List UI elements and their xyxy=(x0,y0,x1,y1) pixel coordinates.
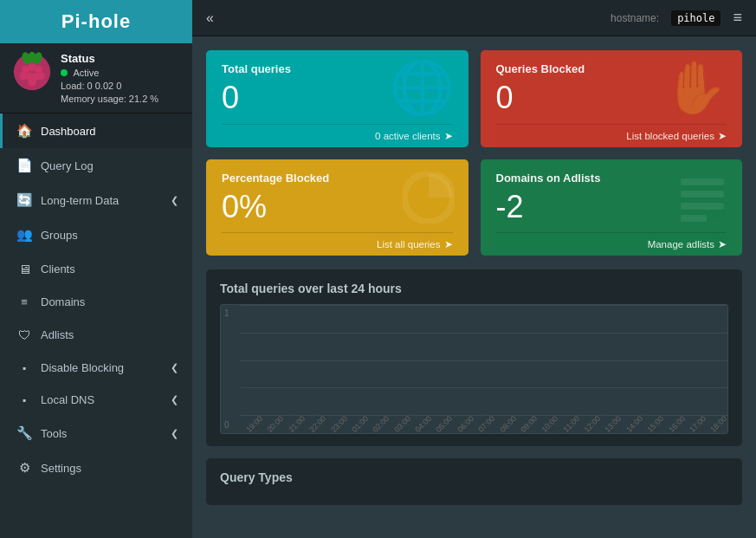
hamburger-menu[interactable]: ≡ xyxy=(733,9,742,27)
hostname-label: hostname: xyxy=(611,12,659,24)
x-label: 19:00 xyxy=(244,414,264,434)
x-label: 02:00 xyxy=(372,414,391,434)
active-dot xyxy=(61,69,68,76)
sidebar-item-dashboard[interactable]: 🏠 Dashboard xyxy=(0,113,192,148)
x-label: 23:00 xyxy=(329,414,349,434)
globe-icon: 🌐 xyxy=(390,62,455,114)
groups-icon: 👥 xyxy=(16,227,32,243)
chart-y-labels: 1 0 xyxy=(221,305,240,433)
arrow-icon: ➤ xyxy=(444,130,453,142)
x-label: 14:00 xyxy=(624,414,644,434)
topbar-right: hostname: pihole ≡ xyxy=(611,9,742,27)
domains-icon: ≡ xyxy=(16,295,32,308)
card-domains-adlists: Domains on Adlists -2 Manage adlists ➤ xyxy=(481,159,743,256)
list-icon xyxy=(676,172,728,232)
y-max: 1 xyxy=(224,308,236,318)
query-types-section: Query Types xyxy=(206,458,742,505)
x-label: 08:00 xyxy=(498,414,518,434)
svg-rect-15 xyxy=(681,203,724,210)
app-title: Pi-hole xyxy=(61,10,131,32)
nav-label-adlists: Adlists xyxy=(41,328,74,341)
x-label: 04:00 xyxy=(413,414,433,434)
x-label: 18:00 xyxy=(709,414,728,434)
arrow-icon-4: ➤ xyxy=(718,238,727,250)
sidebar-item-long-term-data[interactable]: 🔄 Long-term Data ❮ xyxy=(0,183,192,217)
query-types-title: Query Types xyxy=(220,470,728,484)
dashboard-content: Total queries 0 🌐 0 active clients ➤ Que… xyxy=(192,36,756,538)
nav-label-settings: Settings xyxy=(41,462,81,475)
longterm-icon: 🔄 xyxy=(16,192,32,208)
status-info: Status Active Load: 0 0.02 0 Memory usag… xyxy=(61,52,158,104)
sidebar-item-domains[interactable]: ≡ Domains xyxy=(0,286,192,318)
nav-label-domains: Domains xyxy=(41,295,85,308)
x-label: 10:00 xyxy=(540,414,560,434)
card-footer-total-queries[interactable]: 0 active clients ➤ xyxy=(222,124,453,147)
pie-icon xyxy=(403,172,455,231)
nav-label-dashboard: Dashboard xyxy=(41,125,96,138)
nav-label-disable-blocking: Disable Blocking xyxy=(41,361,124,374)
status-label: Status xyxy=(61,52,158,65)
settings-icon: ⚙ xyxy=(16,460,32,476)
grid-line xyxy=(240,415,727,416)
x-label: 07:00 xyxy=(476,414,496,434)
chevron-disable-blocking: ❮ xyxy=(171,362,178,373)
nav-label-query-log: Query Log xyxy=(41,159,94,172)
sidebar-item-clients[interactable]: 🖥 Clients xyxy=(0,252,192,286)
svg-rect-16 xyxy=(681,215,707,222)
chevron-longterm: ❮ xyxy=(171,195,178,206)
chart-title: Total queries over last 24 hours xyxy=(220,282,728,295)
queries-chart-section: Total queries over last 24 hours 1 0 19:… xyxy=(206,269,742,446)
card-queries-blocked: Queries Blocked 0 ✋ List blocked queries… xyxy=(481,50,743,147)
clients-icon: 🖥 xyxy=(16,262,32,276)
grid-line xyxy=(240,387,727,388)
chevron-tools: ❮ xyxy=(171,428,178,439)
tools-icon: 🔧 xyxy=(16,425,32,441)
svg-rect-13 xyxy=(681,178,724,185)
nav-label-groups: Groups xyxy=(41,229,78,242)
svg-point-10 xyxy=(37,72,45,80)
querylog-icon: 📄 xyxy=(16,158,32,173)
x-label: 03:00 xyxy=(392,414,412,434)
x-label: 21:00 xyxy=(287,414,307,434)
card-total-queries: Total queries 0 🌐 0 active clients ➤ xyxy=(206,50,468,147)
hostname-value: pihole xyxy=(671,10,720,26)
topbar: « hostname: pihole ≡ xyxy=(192,0,756,36)
arrow-icon-3: ➤ xyxy=(444,238,453,250)
x-label: 09:00 xyxy=(519,414,539,434)
sidebar-item-settings[interactable]: ⚙ Settings xyxy=(0,450,192,485)
sidebar-title: Pi-hole xyxy=(0,0,192,43)
sidebar-item-tools[interactable]: 🔧 Tools ❮ xyxy=(0,416,192,450)
x-label: 13:00 xyxy=(604,414,624,434)
chart-x-labels: 19:0020:0021:0022:0023:0001:0002:0003:00… xyxy=(240,418,727,433)
card-footer-percentage-blocked[interactable]: List all queries ➤ xyxy=(222,232,453,256)
collapse-button[interactable]: « xyxy=(206,10,214,26)
x-label: 11:00 xyxy=(561,414,581,434)
nav-label-tools: Tools xyxy=(41,427,67,440)
grid-line xyxy=(240,333,727,334)
sidebar-item-disable-blocking[interactable]: ▪ Disable Blocking ❮ xyxy=(0,352,192,384)
x-label: 01:00 xyxy=(350,414,370,434)
active-status: Active xyxy=(61,68,158,78)
sidebar-item-query-log[interactable]: 📄 Query Log xyxy=(0,148,192,183)
chevron-local-dns: ❮ xyxy=(171,394,178,405)
home-icon: 🏠 xyxy=(16,123,32,139)
local-dns-icon: ▪ xyxy=(16,394,32,406)
x-label: 05:00 xyxy=(435,414,455,434)
card-footer-queries-blocked[interactable]: List blocked queries ➤ xyxy=(496,124,727,147)
sidebar-item-local-dns[interactable]: ▪ Local DNS ❮ xyxy=(0,384,192,416)
nav-label-local-dns: Local DNS xyxy=(41,393,94,406)
arrow-icon-2: ➤ xyxy=(718,130,727,142)
card-footer-domains-adlists[interactable]: Manage adlists ➤ xyxy=(496,232,727,256)
sidebar-item-adlists[interactable]: 🛡 Adlists xyxy=(0,318,192,352)
x-label: 16:00 xyxy=(667,414,687,434)
chart-grid xyxy=(240,305,727,416)
disable-blocking-icon: ▪ xyxy=(16,362,32,374)
adlists-icon: 🛡 xyxy=(16,327,32,342)
load-text: Load: 0 0.02 0 xyxy=(61,81,158,91)
raspberry-icon xyxy=(12,52,52,92)
hand-icon: ✋ xyxy=(663,62,728,114)
x-label: 20:00 xyxy=(266,414,286,434)
sidebar: Pi-hole Status Active Load: 0 0. xyxy=(0,0,192,538)
sidebar-item-groups[interactable]: 👥 Groups xyxy=(0,217,192,252)
nav-label-longterm: Long-term Data xyxy=(41,194,119,207)
